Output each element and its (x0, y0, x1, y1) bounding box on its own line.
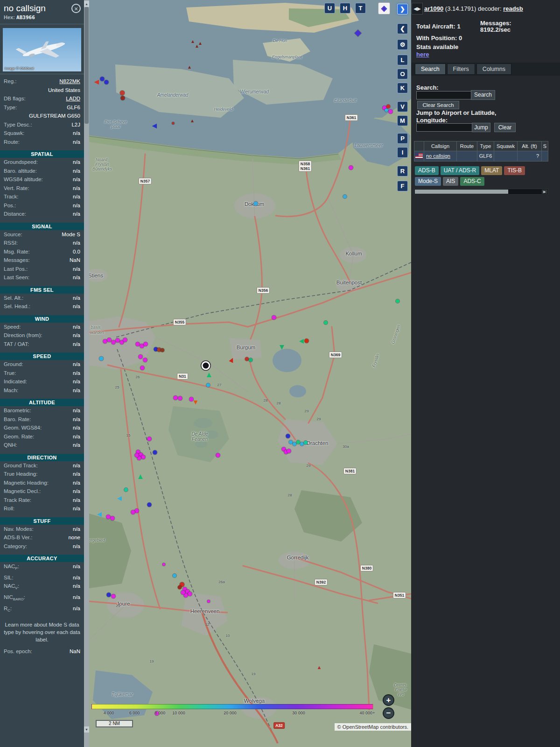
search-button[interactable]: Search (471, 90, 495, 100)
map[interactable]: De HonEngelsmanplaatAmelanderwadWierumer… (89, 0, 411, 747)
table-row[interactable]: no callsignGLF6? (414, 151, 548, 162)
column-header[interactable]: S (542, 141, 548, 151)
close-icon[interactable]: × (71, 4, 81, 13)
column-header[interactable]: Squawk (494, 141, 518, 151)
aircraft-marker[interactable] (293, 442, 296, 446)
aircraft-marker[interactable] (245, 357, 249, 361)
column-header[interactable]: Route (457, 141, 477, 151)
source-badge-tis-b[interactable]: TIS-B (504, 166, 525, 175)
aircraft-marker[interactable] (304, 441, 308, 444)
map-button-O[interactable]: O (397, 69, 408, 79)
settings-gear-icon[interactable]: ⚙ (397, 39, 408, 50)
aircraft-marker[interactable] (178, 396, 182, 401)
aircraft-marker[interactable] (172, 122, 175, 125)
aircraft-marker[interactable] (116, 338, 120, 343)
column-header[interactable] (414, 141, 424, 151)
aircraft-marker[interactable] (135, 509, 139, 513)
field-value-link[interactable]: N822MK (59, 78, 80, 85)
aircraft-marker[interactable] (147, 437, 152, 441)
aircraft-marker[interactable] (216, 453, 220, 458)
scrollbar-thumb[interactable] (84, 7, 89, 124)
aircraft-marker[interactable] (106, 515, 111, 519)
aircraft-marker[interactable] (386, 105, 390, 108)
map-button-I[interactable]: I (397, 147, 408, 158)
aircraft-marker[interactable] (396, 299, 399, 303)
aircraft-marker[interactable] (136, 342, 140, 346)
aircraft-marker[interactable] (112, 594, 116, 599)
aircraft-marker[interactable] (153, 451, 157, 455)
scrollbar-thumb[interactable] (415, 190, 508, 194)
aircraft-marker[interactable] (206, 383, 210, 387)
aircraft-marker[interactable] (100, 77, 105, 81)
aircraft-marker[interactable] (107, 593, 111, 597)
source-badge-ads-c[interactable]: ADS-C (460, 177, 484, 186)
stats-here-link[interactable]: here (416, 51, 429, 58)
map-button-P[interactable]: P (397, 133, 408, 144)
aircraft-marker[interactable] (181, 591, 185, 595)
aircraft-marker[interactable] (300, 442, 304, 446)
map-button-U[interactable]: U (324, 3, 335, 14)
aircraft-marker[interactable] (289, 440, 293, 444)
tab-columns[interactable]: Columns (476, 63, 511, 75)
aircraft-marker[interactable] (144, 342, 148, 346)
expand-sidebar-icon[interactable]: ❯ (397, 4, 408, 14)
tab-filters[interactable]: Filters (447, 63, 475, 75)
source-badge-ais[interactable]: AIS (443, 177, 458, 186)
aircraft-marker[interactable] (178, 585, 182, 589)
aircraft-marker[interactable] (141, 455, 146, 459)
collapse-sidebar-icon[interactable]: ❮ (397, 23, 408, 34)
aircraft-marker[interactable] (103, 339, 107, 344)
zoom-in-button[interactable]: + (383, 694, 394, 706)
aircraft-marker[interactable] (343, 195, 347, 198)
aircraft-marker[interactable] (207, 600, 210, 603)
aircraft-photo[interactable]: Image © OMGcat (3, 28, 81, 71)
tab-search[interactable]: Search (415, 63, 446, 75)
map-button-M[interactable]: M (397, 115, 408, 126)
aircraft-marker[interactable] (124, 488, 128, 492)
scroll-up-icon[interactable]: ▲ (84, 1, 89, 7)
aircraft-marker[interactable] (249, 358, 252, 362)
aircraft-marker[interactable] (188, 592, 192, 596)
clear-button[interactable]: Clear (494, 123, 516, 132)
map-button-V[interactable]: V (397, 101, 408, 112)
aircraft-marker[interactable] (99, 357, 104, 361)
clear-search-button[interactable]: Clear Search (417, 101, 459, 109)
aircraft-marker[interactable] (389, 110, 393, 114)
aircraft-marker[interactable] (111, 516, 115, 521)
search-input[interactable] (416, 91, 472, 99)
aircraft-marker[interactable] (305, 339, 309, 343)
map-button-R[interactable]: R (397, 166, 408, 176)
map-button-F[interactable]: F (397, 181, 408, 191)
layer-switcher-button[interactable]: ◈ (378, 2, 390, 14)
zoom-out-button[interactable]: − (383, 707, 394, 719)
tar1090-link[interactable]: ar1090 (424, 5, 443, 12)
aircraft-marker[interactable] (349, 166, 353, 170)
source-badge-uat-ads-r[interactable]: UAT / ADS-R (441, 166, 480, 175)
aircraft-marker[interactable] (107, 338, 112, 342)
table-horizontal-scrollbar[interactable]: ▶ (414, 189, 548, 195)
scroll-right-icon[interactable]: ▶ (542, 190, 547, 194)
aircraft-marker[interactable] (147, 503, 152, 507)
aircraft-marker[interactable] (189, 397, 194, 402)
aircraft-marker[interactable] (123, 338, 127, 342)
aircraft-marker[interactable] (120, 91, 125, 95)
scroll-down-icon[interactable]: ▼ (84, 726, 89, 733)
aircraft-marker[interactable] (162, 563, 165, 566)
map-button-L[interactable]: L (397, 55, 408, 65)
aircraft-marker[interactable] (254, 202, 258, 206)
source-badge-mlat[interactable]: MLAT (481, 166, 502, 175)
detail-panel-scrollbar[interactable]: ▲ ▼ (84, 0, 89, 747)
jump-input[interactable] (416, 123, 472, 132)
aircraft-marker[interactable] (324, 321, 328, 324)
aircraft-marker[interactable] (286, 434, 290, 438)
sidebar-collapse-button[interactable]: ◀▶ (412, 3, 423, 14)
readsb-link[interactable]: readsb (503, 5, 523, 12)
aircraft-marker[interactable] (140, 366, 145, 370)
selected-aircraft-marker[interactable] (202, 361, 210, 370)
map-button-T[interactable]: T (355, 3, 366, 14)
aircraft-marker[interactable] (143, 358, 147, 362)
aircraft-marker[interactable] (287, 449, 291, 453)
jump-button[interactable]: Jump (472, 123, 490, 132)
aircraft-marker[interactable] (121, 96, 125, 100)
aircraft-marker[interactable] (112, 340, 116, 345)
